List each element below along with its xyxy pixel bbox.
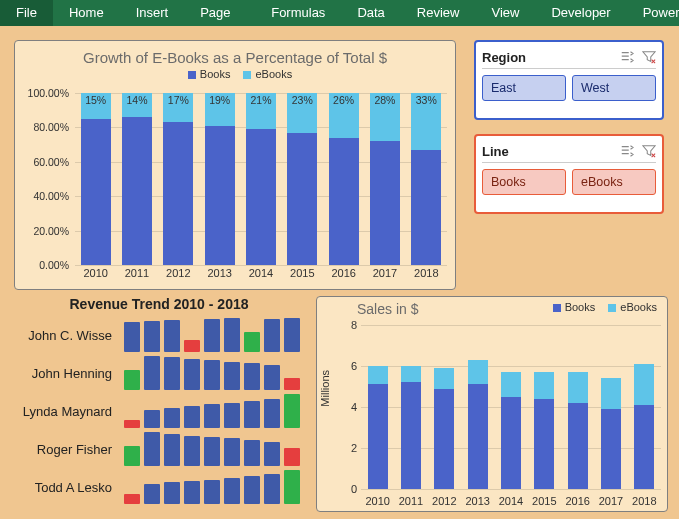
- clear-filter-icon[interactable]: [642, 50, 656, 64]
- x-tick-label: 2016: [561, 495, 594, 507]
- chart2-legend: Books eBooks: [543, 301, 657, 313]
- bar-segment-ebooks: 28%: [370, 93, 400, 141]
- chart2-x-axis: 201020112012201320142015201620172018: [361, 495, 661, 507]
- bar-segment-ebooks: [368, 366, 388, 384]
- spark-bar: [244, 476, 260, 504]
- bar-segment-ebooks: 15%: [81, 93, 111, 119]
- bar-segment-books: [411, 150, 441, 265]
- multiselect-icon[interactable]: [620, 50, 634, 64]
- slicer-line-header: Line: [482, 140, 656, 163]
- spark-bar: [264, 319, 280, 352]
- multiselect-icon[interactable]: [620, 144, 634, 158]
- ribbon-tab-home[interactable]: Home: [53, 0, 120, 26]
- revenue-trend-title: Revenue Trend 2010 - 2018: [4, 296, 314, 312]
- excel-ribbon: File Home Insert Page Layout Formulas Da…: [0, 0, 679, 26]
- x-tick-label: 2012: [428, 495, 461, 507]
- dashboard-canvas: Growth of E-Books as a Percentage of Tot…: [0, 26, 679, 519]
- trend-row: Todd A Lesko: [4, 468, 314, 506]
- bar-segment-books: [122, 117, 152, 265]
- bar-segment-books: [329, 138, 359, 265]
- clear-filter-icon[interactable]: [642, 144, 656, 158]
- slicer-region-east[interactable]: East: [482, 75, 566, 101]
- x-tick-label: 2014: [494, 495, 527, 507]
- bar-segment-ebooks: 19%: [205, 93, 235, 126]
- bar-segment-books: [601, 409, 621, 489]
- data-label: 28%: [370, 94, 400, 106]
- spark-bar: [244, 401, 260, 428]
- trend-name: Todd A Lesko: [4, 480, 120, 495]
- chart-legend: Books eBooks: [23, 68, 447, 80]
- slicer-line-books[interactable]: Books: [482, 169, 566, 195]
- ribbon-tab-power-pivot[interactable]: Power Pivo: [627, 0, 679, 26]
- bar-segment-books: [634, 405, 654, 489]
- slicer-region[interactable]: Region East West: [474, 40, 664, 120]
- x-tick-label: 2014: [240, 267, 281, 285]
- x-tick-label: 2011: [116, 267, 157, 285]
- sparkline: [120, 432, 314, 466]
- chart2-title: Sales in $: [357, 301, 418, 317]
- chart-sales-dollars[interactable]: Sales in $ Books eBooks Millions 02468 2…: [316, 296, 668, 512]
- ribbon-tab-page-layout[interactable]: Page Layout: [184, 0, 255, 26]
- slicer-line-ebooks[interactable]: eBooks: [572, 169, 656, 195]
- ribbon-tab-view[interactable]: View: [475, 0, 535, 26]
- slicer-region-title: Region: [482, 50, 526, 65]
- bar-segment-ebooks: [534, 372, 554, 399]
- ribbon-tab-insert[interactable]: Insert: [120, 0, 185, 26]
- trend-name: Roger Fisher: [4, 442, 120, 457]
- chart1-plot: 15%14%17%19%21%23%26%28%33%: [75, 93, 447, 265]
- data-label: 19%: [205, 94, 235, 106]
- ribbon-tab-review[interactable]: Review: [401, 0, 476, 26]
- ribbon-tab-data[interactable]: Data: [341, 0, 400, 26]
- spark-bar: [244, 440, 260, 466]
- x-tick-label: 2012: [158, 267, 199, 285]
- spark-bar: [144, 356, 160, 390]
- x-tick-label: 2011: [394, 495, 427, 507]
- sparkline: [120, 470, 314, 504]
- y-tick-label: 0.00%: [39, 259, 69, 271]
- y-tick-label: 100.00%: [28, 87, 69, 99]
- spark-bar: [204, 360, 220, 390]
- x-tick-label: 2010: [361, 495, 394, 507]
- chart2-plot: [361, 325, 661, 489]
- legend-label-books: Books: [565, 301, 596, 313]
- chart2-ylabel: Millions: [319, 370, 331, 407]
- y-tick-label: 40.00%: [33, 190, 69, 202]
- trend-name: John Henning: [4, 366, 120, 381]
- data-label: 14%: [122, 94, 152, 106]
- legend-swatch-books: [553, 304, 561, 312]
- slicer-region-west[interactable]: West: [572, 75, 656, 101]
- bar-segment-ebooks: [468, 360, 488, 385]
- spark-bar: [164, 434, 180, 466]
- sparkline: [120, 394, 314, 428]
- legend-swatch-ebooks: [608, 304, 616, 312]
- spark-bar: [144, 321, 160, 352]
- trend-name: John C. Wisse: [4, 328, 120, 343]
- data-label: 21%: [246, 94, 276, 106]
- x-tick-label: 2016: [323, 267, 364, 285]
- ribbon-tab-file[interactable]: File: [0, 0, 53, 26]
- data-label: 26%: [329, 94, 359, 106]
- legend-swatch-books: [188, 71, 196, 79]
- y-tick-label: 2: [351, 442, 357, 454]
- slicer-line-title: Line: [482, 144, 509, 159]
- bar-segment-ebooks: [401, 366, 421, 382]
- bar-segment-ebooks: [634, 364, 654, 405]
- slicer-line[interactable]: Line Books eBooks: [474, 134, 664, 214]
- spark-bar: [144, 410, 160, 428]
- spark-bar: [144, 432, 160, 466]
- sparkline: [120, 356, 314, 390]
- spark-bar: [224, 438, 240, 466]
- chart-ebook-growth[interactable]: Growth of E-Books as a Percentage of Tot…: [14, 40, 456, 290]
- ribbon-tab-developer[interactable]: Developer: [535, 0, 626, 26]
- spark-bar: [144, 484, 160, 504]
- bar-segment-books: [568, 403, 588, 489]
- spark-bar: [164, 482, 180, 504]
- y-tick-label: 4: [351, 401, 357, 413]
- y-tick-label: 60.00%: [33, 156, 69, 168]
- x-tick-label: 2015: [528, 495, 561, 507]
- legend-swatch-ebooks: [243, 71, 251, 79]
- y-tick-label: 6: [351, 360, 357, 372]
- spark-bar: [244, 332, 260, 352]
- ribbon-tab-formulas[interactable]: Formulas: [255, 0, 341, 26]
- x-tick-label: 2013: [461, 495, 494, 507]
